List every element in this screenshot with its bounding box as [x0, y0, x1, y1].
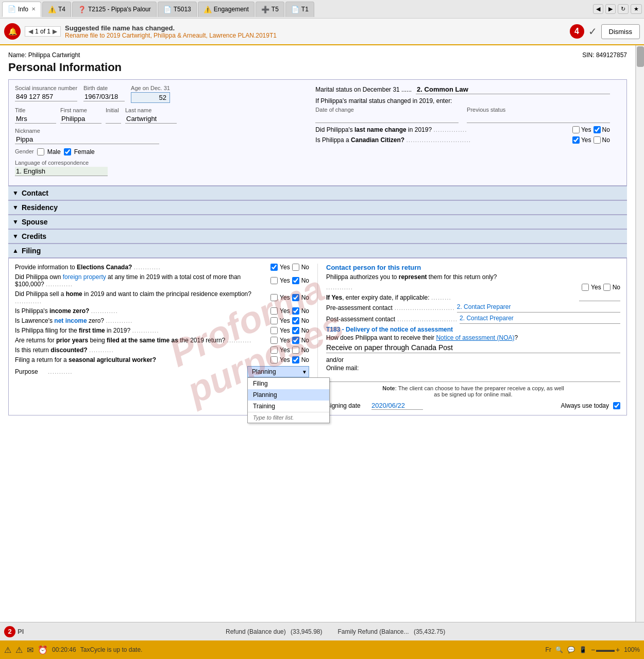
marital-status-value[interactable]: 2. Common Law: [416, 85, 610, 94]
discounted-yes-checkbox[interactable]: [270, 346, 278, 354]
elections-yes-checkbox[interactable]: [270, 264, 278, 271]
initial-value[interactable]: [106, 114, 121, 124]
notification-text: Suggested file name has changed. Rename …: [65, 24, 565, 39]
gender-female-checkbox[interactable]: [64, 148, 71, 155]
purpose-label: Purpose: [15, 368, 46, 375]
tab-t5013[interactable]: 📄 T5013: [158, 2, 197, 17]
signing-always-checkbox[interactable]: [613, 402, 620, 409]
contact-section-header[interactable]: ▼ Contact: [8, 186, 627, 200]
tab-t5[interactable]: ➕ T5: [256, 2, 284, 17]
purpose-option-training[interactable]: Training: [248, 401, 329, 412]
purpose-option-filing[interactable]: Filing: [248, 378, 329, 389]
first-name-value[interactable]: Philippa: [60, 114, 101, 124]
first-time-yes-checkbox[interactable]: [270, 327, 278, 334]
tab-label-t5013: T5013: [174, 6, 191, 13]
spouse-section-header[interactable]: ▼ Spouse: [8, 215, 627, 229]
tab-icon-t4: ⚠️: [48, 6, 56, 13]
title-value[interactable]: Mrs: [15, 114, 56, 124]
filing-section-header[interactable]: ▲ Filing: [8, 244, 627, 258]
income-zero-yes-checkbox[interactable]: [270, 307, 278, 315]
residency-section-header[interactable]: ▼ Residency: [8, 200, 627, 215]
last-name-change-no-checkbox[interactable]: [594, 126, 601, 133]
pre-assessment-value[interactable]: 2. Contact Preparer: [457, 303, 620, 313]
birth-date-value[interactable]: 1967/03/18: [83, 92, 125, 101]
zoom-minus-button[interactable]: −: [591, 646, 595, 654]
home-yes-checkbox[interactable]: [270, 294, 278, 301]
prior-years-yes-checkbox[interactable]: [270, 337, 278, 344]
previous-status-value[interactable]: [467, 114, 610, 123]
contact-represent-yes-checkbox[interactable]: [582, 284, 589, 291]
post-assessment-value[interactable]: 2. Contact Preparer: [460, 315, 620, 324]
filing-row-discounted: Is this return discounted? ........... Y…: [15, 346, 309, 354]
tab-t2125[interactable]: ❓ T2125 - Pippa's Palour: [72, 2, 157, 17]
sin-field-value[interactable]: 849 127 857: [15, 92, 77, 101]
foreign-yes-checkbox[interactable]: [270, 277, 278, 284]
scrollbar-thumb[interactable]: [637, 46, 644, 67]
purpose-select[interactable]: Planning ▼: [247, 366, 309, 377]
net-income-no-checkbox[interactable]: [292, 317, 299, 324]
contact-section-label: Contact: [22, 189, 48, 197]
status-refund-label: Refund (Balance due): [226, 628, 286, 635]
net-income-yes-checkbox[interactable]: [270, 317, 278, 324]
canadian-citizen-no-checkbox[interactable]: [594, 136, 601, 144]
home-no-checkbox[interactable]: [292, 294, 299, 301]
seasonal-yes-checkbox[interactable]: [270, 356, 278, 363]
expiry-date-value[interactable]: [579, 293, 620, 301]
credits-section-header[interactable]: ▼ Credits: [8, 229, 627, 244]
tab-engagement[interactable]: ⚠️ Engagement: [198, 2, 255, 17]
envelope-icon: ✉: [27, 645, 33, 655]
last-name-change-yes-checkbox[interactable]: [572, 126, 580, 133]
page-title: Personal Information: [8, 61, 627, 74]
signing-date-value[interactable]: 2020/06/22: [371, 402, 423, 410]
first-time-no-checkbox[interactable]: [292, 327, 299, 334]
language-group: Language of correspondence 1. English: [15, 160, 306, 176]
zoom-controls: − ▬▬▬ +: [591, 646, 620, 654]
language-value[interactable]: 1. English: [15, 167, 108, 176]
seasonal-no-checkbox[interactable]: [292, 356, 299, 363]
taskbar-mobile-icon[interactable]: 📱: [579, 646, 587, 653]
date-of-change-value[interactable]: [315, 114, 459, 123]
elections-no-checkbox[interactable]: [292, 264, 299, 271]
filing-discounted-text: Is this return discounted? ...........: [15, 346, 268, 354]
last-name-value[interactable]: Cartwright: [125, 114, 177, 124]
star-button[interactable]: ★: [631, 4, 642, 14]
tab-t4[interactable]: ⚠️ T4: [42, 2, 71, 17]
back-button[interactable]: ◀: [593, 4, 603, 14]
refresh-button[interactable]: ↻: [618, 4, 629, 14]
residency-section-label: Residency: [22, 203, 58, 212]
purpose-dropdown-menu: Filing Planning Training Type to filter …: [247, 377, 330, 423]
notif-prev-button[interactable]: ◀: [28, 28, 33, 35]
scrollbar[interactable]: [636, 45, 644, 622]
name-value: Philippa Cartwright: [28, 51, 80, 59]
taskbar-lang[interactable]: Fr: [546, 646, 551, 653]
foreign-no-checkbox[interactable]: [292, 277, 299, 284]
forward-button[interactable]: ▶: [605, 4, 616, 14]
tab-icon-t5013: 📄: [163, 6, 172, 13]
date-of-change-label: Date of change: [315, 107, 459, 113]
contact-represent-no-checkbox[interactable]: [603, 284, 611, 291]
noa-note: Note: The client can choose to have the …: [326, 385, 620, 397]
noa-online-input[interactable]: [326, 373, 620, 382]
tab-close-info[interactable]: ✕: [31, 6, 36, 12]
marital-status-row: Marital status on December 31 ...... 2. …: [315, 85, 610, 94]
tab-info[interactable]: 📄 Info ✕: [2, 2, 41, 17]
canadian-citizen-yes-checkbox[interactable]: [572, 136, 580, 144]
nickname-value[interactable]: Pippa: [15, 135, 159, 144]
purpose-option-planning[interactable]: Planning: [248, 389, 329, 401]
tab-t1[interactable]: 📄 T1: [285, 2, 314, 17]
purpose-filter-hint[interactable]: Type to filter list.: [248, 412, 329, 423]
taskbar-search-icon[interactable]: 🔍: [555, 646, 563, 653]
zoom-plus-button[interactable]: +: [616, 646, 620, 654]
notif-next-button[interactable]: ▶: [53, 28, 57, 35]
prior-years-no-checkbox[interactable]: [292, 337, 299, 344]
gender-male-checkbox[interactable]: [37, 148, 44, 155]
warning-icon-2: ⚠: [15, 645, 23, 655]
dismiss-button[interactable]: Dismiss: [601, 24, 640, 39]
discounted-no-checkbox[interactable]: [292, 346, 299, 354]
income-zero-no-checkbox[interactable]: [292, 307, 299, 315]
taskbar-chat-icon[interactable]: 💬: [567, 646, 575, 653]
tab-icon-t2125: ❓: [78, 6, 86, 13]
last-name-label: Last name: [125, 107, 177, 113]
noa-title: T183 - Delivery of the notice of assessm…: [326, 326, 620, 333]
noa-value[interactable]: Receive on paper through Canada Post: [326, 343, 620, 353]
